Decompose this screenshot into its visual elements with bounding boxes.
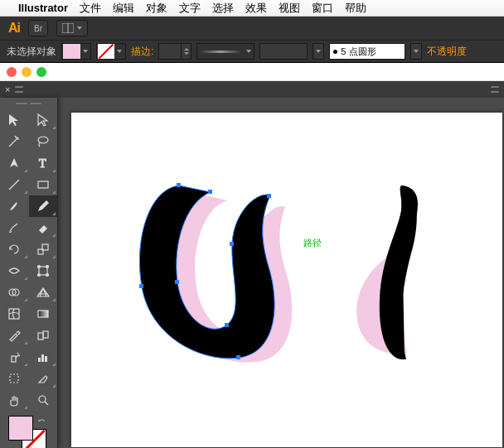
column-graph-tool[interactable]: [29, 346, 58, 368]
direct-selection-tool[interactable]: [29, 109, 58, 131]
close-tab-icon[interactable]: ×: [5, 84, 10, 94]
artboard-tool[interactable]: [0, 368, 29, 389]
svg-point-32: [39, 396, 46, 402]
blend-tool[interactable]: [29, 325, 58, 346]
opacity-label[interactable]: 不透明度: [427, 45, 467, 59]
chevron-down-icon: [117, 50, 122, 53]
type-tool[interactable]: T: [29, 152, 58, 174]
shape-builder-tool[interactable]: [0, 282, 29, 303]
scale-tool[interactable]: [29, 238, 58, 260]
document-tabbar: ×: [0, 81, 504, 98]
selection-status: 未选择对象: [7, 45, 56, 59]
eyedropper-tool[interactable]: [0, 325, 29, 346]
fill-color-icon: [63, 44, 80, 59]
magic-wand-tool[interactable]: [0, 131, 29, 152]
mac-menubar: Illustrator 文件 编辑 对象 文字 选择 效果 视图 窗口 帮助: [0, 0, 504, 17]
gradient-tool[interactable]: [29, 303, 58, 325]
brush-definition-dropdown[interactable]: 5 点圆形: [329, 43, 405, 60]
svg-rect-6: [230, 242, 234, 246]
perspective-grid-tool[interactable]: [29, 282, 58, 303]
panel-grip-icon[interactable]: [491, 86, 499, 93]
lasso-tool[interactable]: [29, 131, 58, 152]
pen-tool[interactable]: [0, 152, 29, 174]
svg-rect-23: [9, 309, 19, 319]
bridge-button[interactable]: Br: [28, 20, 48, 36]
svg-rect-29: [41, 354, 44, 362]
svg-line-12: [9, 180, 19, 190]
pencil-tool[interactable]: [29, 195, 58, 217]
line-segment-tool[interactable]: [0, 174, 29, 195]
menu-file[interactable]: 文件: [80, 1, 101, 16]
slice-tool[interactable]: [29, 368, 58, 389]
tools-panel: T ⤺: [0, 98, 58, 448]
brush-name: 5 点圆形: [341, 46, 376, 58]
width-tool[interactable]: [0, 260, 29, 282]
svg-point-17: [37, 266, 40, 268]
blob-brush-tool[interactable]: [0, 217, 29, 238]
svg-rect-26: [43, 331, 48, 338]
svg-rect-2: [177, 183, 181, 187]
brush-dot-icon: [333, 50, 337, 54]
menu-help[interactable]: 帮助: [345, 1, 366, 16]
swap-fill-stroke-icon[interactable]: ⤺: [38, 416, 45, 425]
chevron-down-icon: [83, 50, 88, 53]
stroke-label[interactable]: 描边:: [131, 45, 153, 59]
close-window-icon[interactable]: [7, 67, 17, 77]
rectangle-tool[interactable]: [29, 174, 58, 195]
chevron-down-icon: [316, 50, 321, 53]
document-titlebar[interactable]: [0, 63, 504, 81]
control-bar: 未选择对象 描边: 5 点圆形 不透明度: [0, 40, 504, 63]
svg-rect-13: [38, 181, 48, 188]
panel-grip-icon[interactable]: [15, 86, 23, 93]
free-transform-tool[interactable]: [29, 260, 58, 282]
fill-color-icon[interactable]: [8, 416, 33, 441]
menu-view[interactable]: 视图: [279, 1, 300, 16]
svg-rect-28: [38, 358, 41, 362]
path-label: 路径: [303, 237, 322, 249]
chevron-down-icon: [414, 50, 419, 53]
rotate-tool[interactable]: [0, 238, 29, 260]
menu-type[interactable]: 文字: [179, 1, 201, 16]
ai-logo-icon: Ai: [8, 21, 20, 36]
minimize-window-icon[interactable]: [22, 67, 32, 77]
menu-select[interactable]: 选择: [212, 1, 234, 16]
menu-object[interactable]: 对象: [146, 1, 167, 16]
panel-grip-icon[interactable]: [0, 101, 57, 106]
menu-window[interactable]: 窗口: [312, 1, 333, 16]
arrange-documents-button[interactable]: [56, 20, 88, 36]
stroke-weight-stepper[interactable]: [181, 43, 191, 60]
mesh-tool[interactable]: [0, 303, 29, 325]
zoom-window-icon[interactable]: [36, 67, 46, 77]
fill-swatch[interactable]: [61, 43, 91, 60]
svg-point-18: [46, 266, 48, 268]
menu-edit[interactable]: 编辑: [113, 1, 134, 16]
svg-point-19: [37, 274, 40, 277]
svg-rect-24: [38, 311, 48, 317]
svg-line-33: [45, 402, 48, 405]
artboard[interactable]: 路径: [71, 113, 502, 447]
svg-rect-27: [12, 356, 16, 362]
svg-point-10: [38, 137, 48, 143]
stroke-weight-input[interactable]: [158, 43, 191, 60]
svg-rect-4: [236, 355, 240, 359]
symbol-sprayer-tool[interactable]: [0, 346, 29, 368]
paintbrush-tool[interactable]: [0, 195, 29, 217]
zoom-tool[interactable]: [29, 389, 58, 411]
eraser-tool[interactable]: [29, 217, 58, 238]
svg-point-20: [46, 274, 48, 277]
canvas-area[interactable]: 路径: [58, 98, 504, 448]
artwork: [71, 113, 502, 447]
app-name[interactable]: Illustrator: [18, 2, 68, 14]
hand-tool[interactable]: [0, 389, 29, 411]
chevron-down-icon: [77, 26, 82, 30]
stroke-profile-dropdown[interactable]: [196, 43, 254, 60]
stroke-swatch[interactable]: [96, 43, 126, 60]
menu-effect[interactable]: 效果: [245, 1, 267, 16]
selection-tool[interactable]: [0, 109, 29, 131]
svg-rect-9: [208, 190, 212, 194]
svg-rect-7: [225, 323, 229, 327]
profile-uniform-icon: [200, 51, 241, 53]
style-dropdown[interactable]: [259, 43, 308, 60]
svg-rect-5: [267, 194, 271, 198]
fill-stroke-controls[interactable]: ⤺: [8, 416, 57, 448]
